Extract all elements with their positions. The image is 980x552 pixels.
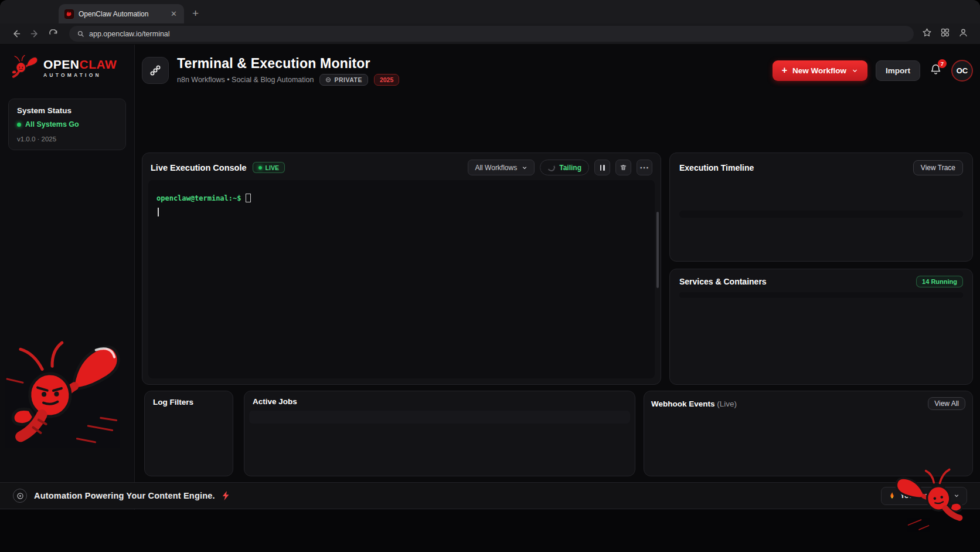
terminal-output[interactable]: openclaw@terminal:~$	[148, 180, 655, 378]
url-text: app.openclaw.io/terminal	[89, 30, 170, 38]
bookmark-star-icon[interactable]	[922, 28, 932, 40]
app-version: v1.0.0 · 2025	[17, 136, 117, 143]
logo-text-claw: CLAW	[80, 57, 117, 71]
terminal-prompt: openclaw@terminal:~$	[156, 194, 241, 202]
new-workflow-button[interactable]: + New Workflow	[773, 60, 867, 81]
avatar[interactable]: OC	[951, 60, 973, 82]
console-scrollbar[interactable]	[656, 212, 659, 288]
chevron-down-icon	[522, 165, 528, 171]
notification-count-badge: 7	[938, 59, 947, 68]
jobs-table-header	[249, 411, 630, 424]
workflow-nodes-icon	[142, 57, 169, 84]
ellipsis-icon: ⋯	[639, 162, 649, 173]
tab-title: OpenClaw Automation	[79, 10, 165, 18]
private-badge: PRIVATE	[319, 74, 368, 86]
browser-tab[interactable]: OpenClaw Automation ✕	[59, 4, 184, 23]
active-jobs-title: Active Jobs	[249, 397, 630, 406]
app-logo: OPENCLAW AUTOMATION	[0, 45, 134, 90]
clear-console-button[interactable]	[615, 160, 631, 175]
sidebar: OPENCLAW AUTOMATION System Status All Sy…	[0, 45, 135, 552]
status-dot	[17, 123, 21, 127]
minimize-window-button[interactable]	[23, 8, 31, 15]
window-controls	[11, 8, 44, 15]
chevron-down-icon	[852, 67, 858, 74]
live-badge: LIVE	[253, 162, 285, 173]
lobster-logo-icon	[8, 54, 40, 82]
log-filters-title: Log Filters	[153, 398, 224, 407]
favicon	[64, 9, 74, 19]
main-content: Terminal & Execution Monitor n8n Workflo…	[135, 45, 980, 552]
maximize-window-button[interactable]	[36, 8, 44, 15]
terminal-cursor	[246, 194, 251, 202]
profile-icon[interactable]	[958, 28, 968, 40]
reload-icon[interactable]	[46, 26, 61, 42]
active-jobs-panel: Active Jobs	[244, 391, 635, 476]
system-status-card: System Status All Systems Go v1.0.0 · 20…	[8, 99, 126, 150]
footer-bar: Automation Powering Your Content Engine.…	[0, 482, 980, 509]
new-tab-button[interactable]: +	[192, 7, 199, 23]
forward-icon[interactable]	[27, 26, 42, 42]
stat-cards-row	[142, 94, 973, 145]
execution-timeline-panel: Execution Timeline View Trace	[669, 153, 973, 262]
console-title: Live Execution Console	[151, 163, 247, 172]
footer-message: Automation Powering Your Content Engine.	[34, 491, 215, 500]
url-bar[interactable]: app.openclaw.io/terminal	[69, 26, 914, 42]
system-status-state: All Systems Go	[25, 120, 79, 128]
live-dot	[258, 166, 262, 170]
extensions-icon[interactable]	[940, 28, 950, 40]
console-more-button[interactable]: ⋯	[637, 160, 652, 175]
timeline-title: Execution Timeline	[679, 163, 754, 172]
trash-icon	[620, 164, 627, 171]
year-badge: 2025	[374, 74, 399, 86]
log-filters-panel: Log Filters	[144, 391, 233, 476]
back-icon[interactable]	[8, 26, 23, 42]
browser-toolbar: app.openclaw.io/terminal	[0, 23, 980, 45]
timeline-track	[683, 187, 959, 189]
workflow-filter-dropdown[interactable]: All Workflows	[468, 160, 535, 175]
running-count-badge: 14 Running	[916, 276, 963, 287]
lobster-mascot	[0, 316, 134, 478]
logo-subtitle: AUTOMATION	[43, 73, 117, 78]
pause-icon	[600, 165, 605, 171]
spinner-icon	[547, 163, 556, 172]
services-containers-panel: Services & Containers 14 Running	[669, 269, 973, 385]
target-icon	[13, 489, 27, 503]
tab-close-icon[interactable]: ✕	[169, 9, 178, 18]
logo-text-open: OPEN	[43, 57, 80, 71]
timeline-table	[679, 211, 963, 218]
footer-lobster-mascot	[889, 462, 974, 540]
pause-button[interactable]	[594, 160, 610, 175]
webhook-events-panel: Webhook Events (Live) View All	[644, 391, 973, 476]
webhook-live-suffix: (Live)	[717, 399, 737, 408]
window-bottom-space	[0, 510, 980, 552]
notifications-bell-icon[interactable]: 7	[930, 63, 942, 78]
page-title: Terminal & Execution Monitor	[177, 56, 399, 72]
live-execution-console-panel: Live Execution Console LIVE All Workflow…	[142, 153, 661, 385]
lightning-bolt-icon	[222, 491, 230, 500]
view-all-button[interactable]: View All	[928, 397, 965, 410]
search-icon	[77, 30, 84, 38]
import-button[interactable]: Import	[876, 60, 920, 81]
system-status-title: System Status	[17, 106, 117, 115]
close-window-button[interactable]	[11, 8, 18, 15]
page-header: Terminal & Execution Monitor n8n Workflo…	[142, 52, 973, 89]
browser-tab-strip: OpenClaw Automation ✕ +	[0, 0, 980, 23]
timeline-ticks	[683, 193, 959, 208]
services-table	[679, 292, 963, 298]
view-trace-button[interactable]: View Trace	[913, 160, 963, 175]
plus-icon: +	[782, 65, 787, 76]
services-title: Services & Containers	[679, 277, 767, 286]
terminal-caret	[158, 208, 159, 216]
webhook-events-title: Webhook Events	[651, 399, 715, 408]
app-window: OpenClaw Automation ✕ + app.openclaw.io/…	[0, 0, 980, 552]
tailing-toggle[interactable]: Tailing	[540, 160, 589, 175]
page-subtitle: n8n Workflows • Social & Blog Automation	[177, 76, 314, 84]
